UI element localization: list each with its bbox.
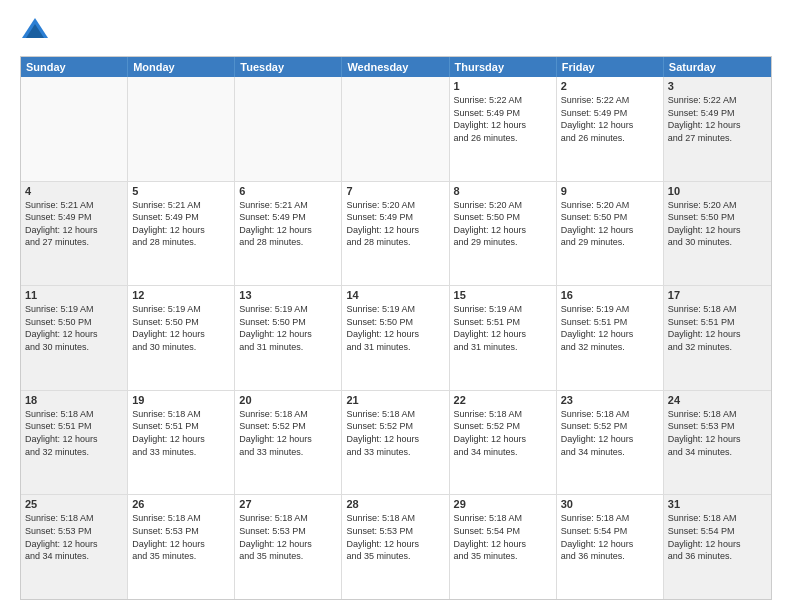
- day-info: Sunrise: 5:21 AM Sunset: 5:49 PM Dayligh…: [239, 199, 337, 249]
- calendar-cell: 31Sunrise: 5:18 AM Sunset: 5:54 PM Dayli…: [664, 495, 771, 599]
- header-day: Thursday: [450, 57, 557, 77]
- page: SundayMondayTuesdayWednesdayThursdayFrid…: [0, 0, 792, 612]
- calendar-cell: 20Sunrise: 5:18 AM Sunset: 5:52 PM Dayli…: [235, 391, 342, 495]
- day-info: Sunrise: 5:18 AM Sunset: 5:54 PM Dayligh…: [454, 512, 552, 562]
- calendar-cell: 19Sunrise: 5:18 AM Sunset: 5:51 PM Dayli…: [128, 391, 235, 495]
- calendar-cell: 22Sunrise: 5:18 AM Sunset: 5:52 PM Dayli…: [450, 391, 557, 495]
- calendar-cell: 25Sunrise: 5:18 AM Sunset: 5:53 PM Dayli…: [21, 495, 128, 599]
- day-number: 16: [561, 289, 659, 301]
- day-info: Sunrise: 5:18 AM Sunset: 5:54 PM Dayligh…: [561, 512, 659, 562]
- calendar-cell: [128, 77, 235, 181]
- logo-icon: [20, 16, 50, 46]
- day-number: 21: [346, 394, 444, 406]
- calendar: SundayMondayTuesdayWednesdayThursdayFrid…: [20, 56, 772, 600]
- day-info: Sunrise: 5:18 AM Sunset: 5:52 PM Dayligh…: [239, 408, 337, 458]
- calendar-cell: 11Sunrise: 5:19 AM Sunset: 5:50 PM Dayli…: [21, 286, 128, 390]
- day-number: 29: [454, 498, 552, 510]
- day-number: 31: [668, 498, 767, 510]
- day-number: 26: [132, 498, 230, 510]
- calendar-cell: 4Sunrise: 5:21 AM Sunset: 5:49 PM Daylig…: [21, 182, 128, 286]
- calendar-cell: 3Sunrise: 5:22 AM Sunset: 5:49 PM Daylig…: [664, 77, 771, 181]
- calendar-cell: 8Sunrise: 5:20 AM Sunset: 5:50 PM Daylig…: [450, 182, 557, 286]
- day-info: Sunrise: 5:19 AM Sunset: 5:51 PM Dayligh…: [454, 303, 552, 353]
- calendar-cell: 6Sunrise: 5:21 AM Sunset: 5:49 PM Daylig…: [235, 182, 342, 286]
- calendar-row: 1Sunrise: 5:22 AM Sunset: 5:49 PM Daylig…: [21, 77, 771, 182]
- day-info: Sunrise: 5:22 AM Sunset: 5:49 PM Dayligh…: [454, 94, 552, 144]
- day-info: Sunrise: 5:19 AM Sunset: 5:50 PM Dayligh…: [132, 303, 230, 353]
- calendar-cell: 23Sunrise: 5:18 AM Sunset: 5:52 PM Dayli…: [557, 391, 664, 495]
- day-info: Sunrise: 5:21 AM Sunset: 5:49 PM Dayligh…: [25, 199, 123, 249]
- day-number: 13: [239, 289, 337, 301]
- calendar-cell: 21Sunrise: 5:18 AM Sunset: 5:52 PM Dayli…: [342, 391, 449, 495]
- day-info: Sunrise: 5:18 AM Sunset: 5:52 PM Dayligh…: [454, 408, 552, 458]
- calendar-cell: 29Sunrise: 5:18 AM Sunset: 5:54 PM Dayli…: [450, 495, 557, 599]
- day-number: 3: [668, 80, 767, 92]
- day-number: 28: [346, 498, 444, 510]
- day-number: 25: [25, 498, 123, 510]
- day-number: 10: [668, 185, 767, 197]
- day-info: Sunrise: 5:18 AM Sunset: 5:54 PM Dayligh…: [668, 512, 767, 562]
- calendar-cell: [21, 77, 128, 181]
- calendar-cell: [342, 77, 449, 181]
- day-info: Sunrise: 5:18 AM Sunset: 5:53 PM Dayligh…: [239, 512, 337, 562]
- day-number: 6: [239, 185, 337, 197]
- header-day: Friday: [557, 57, 664, 77]
- day-number: 27: [239, 498, 337, 510]
- calendar-cell: 14Sunrise: 5:19 AM Sunset: 5:50 PM Dayli…: [342, 286, 449, 390]
- day-number: 11: [25, 289, 123, 301]
- day-info: Sunrise: 5:21 AM Sunset: 5:49 PM Dayligh…: [132, 199, 230, 249]
- calendar-cell: [235, 77, 342, 181]
- day-info: Sunrise: 5:18 AM Sunset: 5:51 PM Dayligh…: [132, 408, 230, 458]
- day-number: 20: [239, 394, 337, 406]
- day-number: 1: [454, 80, 552, 92]
- day-number: 7: [346, 185, 444, 197]
- calendar-cell: 27Sunrise: 5:18 AM Sunset: 5:53 PM Dayli…: [235, 495, 342, 599]
- day-number: 4: [25, 185, 123, 197]
- day-number: 12: [132, 289, 230, 301]
- day-number: 24: [668, 394, 767, 406]
- day-info: Sunrise: 5:20 AM Sunset: 5:50 PM Dayligh…: [668, 199, 767, 249]
- day-number: 30: [561, 498, 659, 510]
- calendar-cell: 13Sunrise: 5:19 AM Sunset: 5:50 PM Dayli…: [235, 286, 342, 390]
- day-number: 22: [454, 394, 552, 406]
- day-number: 18: [25, 394, 123, 406]
- calendar-cell: 7Sunrise: 5:20 AM Sunset: 5:49 PM Daylig…: [342, 182, 449, 286]
- calendar-row: 18Sunrise: 5:18 AM Sunset: 5:51 PM Dayli…: [21, 391, 771, 496]
- day-info: Sunrise: 5:20 AM Sunset: 5:50 PM Dayligh…: [454, 199, 552, 249]
- calendar-cell: 15Sunrise: 5:19 AM Sunset: 5:51 PM Dayli…: [450, 286, 557, 390]
- calendar-row: 11Sunrise: 5:19 AM Sunset: 5:50 PM Dayli…: [21, 286, 771, 391]
- day-number: 15: [454, 289, 552, 301]
- day-info: Sunrise: 5:18 AM Sunset: 5:53 PM Dayligh…: [25, 512, 123, 562]
- calendar-cell: 2Sunrise: 5:22 AM Sunset: 5:49 PM Daylig…: [557, 77, 664, 181]
- header-day: Monday: [128, 57, 235, 77]
- calendar-row: 25Sunrise: 5:18 AM Sunset: 5:53 PM Dayli…: [21, 495, 771, 599]
- day-number: 23: [561, 394, 659, 406]
- day-info: Sunrise: 5:18 AM Sunset: 5:53 PM Dayligh…: [668, 408, 767, 458]
- day-number: 17: [668, 289, 767, 301]
- day-info: Sunrise: 5:18 AM Sunset: 5:52 PM Dayligh…: [561, 408, 659, 458]
- calendar-header: SundayMondayTuesdayWednesdayThursdayFrid…: [21, 57, 771, 77]
- header: [20, 16, 772, 46]
- calendar-cell: 1Sunrise: 5:22 AM Sunset: 5:49 PM Daylig…: [450, 77, 557, 181]
- calendar-cell: 5Sunrise: 5:21 AM Sunset: 5:49 PM Daylig…: [128, 182, 235, 286]
- day-info: Sunrise: 5:20 AM Sunset: 5:50 PM Dayligh…: [561, 199, 659, 249]
- header-day: Tuesday: [235, 57, 342, 77]
- day-info: Sunrise: 5:18 AM Sunset: 5:53 PM Dayligh…: [132, 512, 230, 562]
- calendar-cell: 28Sunrise: 5:18 AM Sunset: 5:53 PM Dayli…: [342, 495, 449, 599]
- day-info: Sunrise: 5:18 AM Sunset: 5:53 PM Dayligh…: [346, 512, 444, 562]
- day-info: Sunrise: 5:19 AM Sunset: 5:50 PM Dayligh…: [346, 303, 444, 353]
- day-number: 8: [454, 185, 552, 197]
- calendar-cell: 24Sunrise: 5:18 AM Sunset: 5:53 PM Dayli…: [664, 391, 771, 495]
- header-day: Saturday: [664, 57, 771, 77]
- logo: [20, 16, 54, 46]
- day-info: Sunrise: 5:22 AM Sunset: 5:49 PM Dayligh…: [561, 94, 659, 144]
- calendar-cell: 18Sunrise: 5:18 AM Sunset: 5:51 PM Dayli…: [21, 391, 128, 495]
- day-info: Sunrise: 5:18 AM Sunset: 5:51 PM Dayligh…: [25, 408, 123, 458]
- day-info: Sunrise: 5:22 AM Sunset: 5:49 PM Dayligh…: [668, 94, 767, 144]
- calendar-cell: 9Sunrise: 5:20 AM Sunset: 5:50 PM Daylig…: [557, 182, 664, 286]
- day-info: Sunrise: 5:18 AM Sunset: 5:51 PM Dayligh…: [668, 303, 767, 353]
- day-number: 9: [561, 185, 659, 197]
- day-number: 5: [132, 185, 230, 197]
- calendar-cell: 30Sunrise: 5:18 AM Sunset: 5:54 PM Dayli…: [557, 495, 664, 599]
- day-number: 19: [132, 394, 230, 406]
